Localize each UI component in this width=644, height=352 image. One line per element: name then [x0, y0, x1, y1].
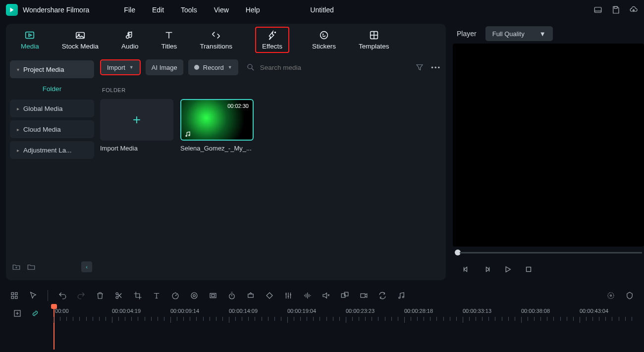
- tabs-row: Media Stock Media Audio Titles Transitio…: [6, 24, 446, 55]
- svg-point-25: [191, 293, 197, 299]
- save-icon[interactable]: [611, 5, 620, 14]
- import-button[interactable]: Import▼: [100, 59, 141, 75]
- svg-point-35: [402, 297, 404, 298]
- svg-rect-20: [11, 297, 14, 299]
- record-icon: [194, 65, 199, 70]
- app-logo: [6, 4, 18, 16]
- link-icon[interactable]: [31, 309, 40, 318]
- sidebar-cloud-media[interactable]: ▸Cloud Media: [10, 120, 94, 138]
- timeline-ruler[interactable]: :00:0000:00:04:1900:00:09:1400:00:14:090…: [6, 306, 638, 333]
- svg-rect-17: [527, 267, 531, 272]
- layout-icon[interactable]: [593, 5, 602, 14]
- menu-edit[interactable]: Edit: [152, 6, 164, 14]
- record-button[interactable]: Record▼: [188, 59, 238, 75]
- tab-titles[interactable]: Titles: [161, 30, 177, 50]
- svg-point-36: [608, 293, 614, 299]
- music-tool-icon[interactable]: [397, 291, 406, 300]
- svg-point-26: [193, 295, 196, 297]
- search-input[interactable]: [260, 64, 359, 71]
- prev-frame-icon[interactable]: [462, 265, 471, 274]
- more-icon[interactable]: •••: [431, 64, 441, 71]
- collapse-sidebar-icon[interactable]: ‹: [81, 261, 92, 272]
- split-icon[interactable]: [114, 291, 123, 300]
- search-icon: [246, 63, 255, 72]
- svg-point-8: [321, 31, 328, 39]
- play-icon[interactable]: [503, 265, 512, 274]
- menu-view[interactable]: View: [214, 6, 229, 14]
- tab-media[interactable]: Media: [21, 30, 39, 50]
- tab-templates[interactable]: Templates: [359, 30, 389, 50]
- tab-transitions[interactable]: Transitions: [200, 30, 232, 50]
- crop-icon[interactable]: [133, 291, 142, 300]
- sidebar-project-media[interactable]: ▾Project Media: [10, 60, 94, 78]
- group-icon[interactable]: [340, 291, 349, 300]
- grid-icon[interactable]: [10, 291, 19, 300]
- filter-icon[interactable]: [415, 63, 424, 72]
- timecodes: :00:0000:00:04:1900:00:09:1400:00:14:090…: [54, 308, 638, 314]
- audio-tool-icon[interactable]: [303, 291, 312, 300]
- adjust-icon[interactable]: [284, 291, 293, 300]
- sync-icon[interactable]: [378, 291, 387, 300]
- menu-help[interactable]: Help: [246, 6, 260, 14]
- svg-rect-21: [15, 297, 18, 299]
- music-icon: [184, 131, 191, 138]
- redo-icon[interactable]: [77, 291, 86, 300]
- stop-icon[interactable]: [524, 265, 533, 274]
- next-frame-icon[interactable]: [483, 265, 491, 274]
- svg-rect-28: [212, 295, 215, 297]
- tab-audio[interactable]: Audio: [121, 30, 139, 50]
- svg-rect-27: [210, 294, 216, 298]
- cursor-icon[interactable]: [29, 291, 38, 300]
- diamond-icon[interactable]: [265, 291, 274, 300]
- media-sidebar: ▾Project Media Folder ▸Global Media ▸Clo…: [6, 55, 98, 280]
- playhead[interactable]: [54, 306, 54, 350]
- new-folder-icon[interactable]: [12, 262, 21, 271]
- svg-point-13: [248, 64, 252, 69]
- add-track-icon[interactable]: [13, 309, 22, 318]
- svg-point-9: [323, 34, 323, 34]
- preview-area[interactable]: [453, 44, 644, 247]
- cloud-icon[interactable]: [629, 5, 638, 14]
- render-icon[interactable]: [359, 291, 368, 300]
- sidebar-global-media[interactable]: ▸Global Media: [10, 100, 94, 117]
- clip-duration: 00:02:30: [227, 103, 249, 109]
- ai-image-button[interactable]: AI Image: [146, 59, 183, 75]
- mask-icon[interactable]: [209, 291, 217, 300]
- speed-icon[interactable]: [171, 291, 180, 300]
- svg-rect-30: [248, 294, 254, 298]
- color-icon[interactable]: [190, 291, 199, 300]
- undo-icon[interactable]: [58, 291, 67, 300]
- delete-icon[interactable]: [96, 291, 105, 300]
- svg-point-34: [399, 297, 400, 299]
- keyframe-icon[interactable]: [246, 291, 255, 300]
- tab-stickers[interactable]: Stickers: [312, 30, 336, 50]
- tab-stock-media[interactable]: Stock Media: [62, 30, 99, 50]
- titlebar: Wondershare Filmora File Edit Tools View…: [0, 0, 644, 20]
- svg-point-37: [610, 295, 612, 297]
- quality-select[interactable]: Full Quality▼: [485, 26, 553, 41]
- target-icon[interactable]: [606, 291, 615, 300]
- marker-icon[interactable]: [625, 291, 634, 300]
- media-clip[interactable]: 00:02:30 Selena_Gomez_-_My_...: [180, 99, 254, 152]
- svg-rect-19: [15, 293, 18, 295]
- tab-effects[interactable]: Effects: [255, 27, 289, 53]
- menubar: File Edit Tools View Help: [124, 6, 260, 14]
- svg-rect-0: [594, 7, 601, 13]
- folder-icon[interactable]: [27, 262, 36, 271]
- menu-file[interactable]: File: [124, 6, 135, 14]
- stopwatch-icon[interactable]: [227, 291, 236, 300]
- menu-tools[interactable]: Tools: [181, 6, 197, 14]
- media-toolbar: Import▼ AI Image Record▼ •••: [100, 55, 441, 79]
- import-media-tile[interactable]: + Import Media: [100, 99, 173, 152]
- detach-audio-icon[interactable]: [322, 291, 330, 300]
- document-title: Untitled: [310, 6, 333, 14]
- scrub-bar[interactable]: [453, 247, 644, 258]
- text-icon[interactable]: [152, 291, 161, 300]
- timeline-toolbar: [6, 285, 638, 306]
- svg-point-16: [189, 135, 190, 136]
- svg-point-15: [186, 135, 187, 136]
- sidebar-folder[interactable]: Folder: [10, 81, 94, 100]
- svg-marker-4: [29, 34, 32, 37]
- sidebar-adjustment-layer[interactable]: ▸Adjustment La...: [10, 141, 94, 159]
- svg-line-14: [252, 68, 254, 70]
